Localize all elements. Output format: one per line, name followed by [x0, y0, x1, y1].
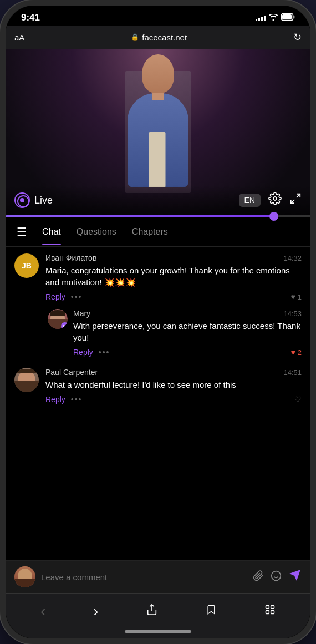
browser-url: 🔒 facecast.net — [131, 33, 187, 42]
commenter-avatar — [14, 566, 35, 587]
video-controls: Live EN — [6, 185, 310, 215]
progress-fill — [6, 215, 274, 217]
message-header: Иван Филатов 14:32 — [45, 253, 302, 262]
list-item: M Mary 14:53 With perseverance, you can … — [45, 309, 302, 357]
reply-heart-icon: ♥ — [290, 348, 295, 357]
status-time: 9:41 — [21, 12, 40, 23]
reply-more-button[interactable]: ••• — [99, 348, 110, 357]
message-text: Maria, congratulations on your growth! T… — [45, 265, 302, 288]
status-icons — [256, 13, 295, 22]
lock-icon: 🔒 — [131, 33, 139, 41]
tab-chapters[interactable]: Chapters — [125, 219, 175, 245]
paul-reply-button[interactable]: Reply — [45, 395, 65, 404]
live-pulse-icon — [14, 192, 30, 208]
paul-avatar — [14, 368, 39, 404]
progress-bar-container[interactable] — [6, 215, 310, 217]
battery-icon — [281, 13, 295, 22]
send-button[interactable] — [288, 569, 302, 585]
input-icons — [253, 569, 302, 585]
svg-rect-10 — [266, 606, 269, 609]
back-button[interactable]: ‹ — [34, 600, 52, 622]
paul-message-text: What a wonderful lecture! I'd like to se… — [45, 379, 302, 391]
reply-reply-button[interactable]: Reply — [73, 348, 93, 357]
sub-avatar: M — [48, 309, 68, 329]
paul-actions: Reply ••• ♡ — [45, 395, 302, 404]
like-count: 1 — [298, 293, 302, 301]
refresh-button[interactable]: ↻ — [293, 31, 302, 43]
paul-author: Paul Carpenter — [45, 368, 98, 377]
bookmark-button[interactable] — [199, 601, 223, 621]
signal-bars-icon — [256, 14, 266, 21]
video-player: Live EN — [6, 49, 310, 215]
message-actions: Reply ••• ♥ 1 — [45, 292, 302, 301]
reply-like-button[interactable]: ♥ 2 — [290, 348, 302, 357]
url-text: facecast.net — [142, 33, 187, 42]
svg-rect-11 — [271, 606, 274, 609]
attachment-icon[interactable] — [253, 570, 264, 584]
message-author: Иван Филатов — [45, 253, 96, 262]
forward-button[interactable]: › — [86, 600, 105, 622]
home-indicator — [6, 627, 310, 638]
heart-icon: ♥ — [290, 292, 295, 301]
reply-like-count: 2 — [298, 348, 302, 357]
progress-thumb[interactable] — [269, 212, 278, 221]
reply-content: Mary 14:53 With perseverance, you can ac… — [73, 309, 302, 357]
sub-badge: M — [61, 322, 68, 329]
more-button[interactable]: ••• — [71, 292, 83, 301]
message-time: 14:32 — [283, 254, 302, 262]
reply-button[interactable]: Reply — [45, 292, 65, 301]
svg-line-5 — [291, 200, 294, 203]
home-bar — [125, 630, 191, 633]
video-controls-right: EN — [239, 192, 302, 209]
avatar: JB — [14, 253, 39, 357]
tab-questions[interactable]: Questions — [70, 219, 123, 245]
fullscreen-icon[interactable] — [289, 192, 302, 208]
reply-author: Mary — [73, 309, 90, 318]
svg-rect-2 — [282, 14, 292, 19]
status-bar: 9:41 — [6, 6, 310, 26]
paul-heart-icon: ♡ — [294, 395, 302, 404]
video-figure — [103, 65, 213, 193]
browser-bar: aA 🔒 facecast.net ↻ — [6, 26, 310, 49]
reply-actions: Reply ••• ♥ 2 — [73, 348, 302, 357]
emoji-icon[interactable] — [271, 570, 282, 584]
browser-aa-button[interactable]: aA — [14, 33, 24, 42]
table-row: JB Иван Филатов 14:32 Maria, congratulat… — [14, 253, 302, 357]
chat-section: ☰ Chat Questions Chapters JB Иван Фил — [6, 217, 310, 593]
svg-line-4 — [297, 194, 300, 197]
share-button[interactable] — [139, 601, 165, 621]
like-button[interactable]: ♥ 1 — [290, 292, 302, 301]
wifi-icon — [269, 13, 278, 22]
browser-bottom-nav: ‹ › — [6, 593, 310, 627]
messages-container: JB Иван Филатов 14:32 Maria, congratulat… — [6, 247, 310, 560]
reply-text: With perseverance, you can achieve fanta… — [73, 320, 302, 343]
paul-message-content: Paul Carpenter 14:51 What a wonderful le… — [45, 368, 302, 404]
menu-button[interactable]: ☰ — [14, 217, 29, 246]
language-badge[interactable]: EN — [239, 194, 261, 207]
paul-time: 14:51 — [283, 368, 302, 377]
comment-input[interactable] — [41, 572, 247, 582]
settings-icon[interactable] — [268, 192, 282, 209]
table-row: Paul Carpenter 14:51 What a wonderful le… — [14, 368, 302, 404]
paul-message-header: Paul Carpenter 14:51 — [45, 368, 302, 377]
reply-time: 14:53 — [283, 310, 302, 318]
paul-like-button[interactable]: ♡ — [294, 395, 302, 404]
svg-rect-1 — [293, 16, 295, 19]
comment-input-bar — [6, 560, 310, 593]
svg-rect-12 — [266, 611, 269, 614]
live-label: Live — [34, 195, 53, 206]
tabs-button[interactable] — [258, 602, 282, 621]
paul-more-button[interactable]: ••• — [71, 395, 83, 404]
live-indicator: Live — [14, 192, 53, 208]
tab-chat[interactable]: Chat — [35, 219, 68, 245]
chat-tabs: ☰ Chat Questions Chapters — [6, 217, 310, 247]
message-content: Иван Филатов 14:32 Maria, congratulation… — [45, 253, 302, 357]
reply-header: Mary 14:53 — [73, 309, 302, 318]
progress-track[interactable] — [6, 215, 310, 217]
svg-point-3 — [273, 197, 277, 200]
svg-rect-13 — [271, 611, 274, 614]
svg-point-6 — [272, 571, 281, 580]
